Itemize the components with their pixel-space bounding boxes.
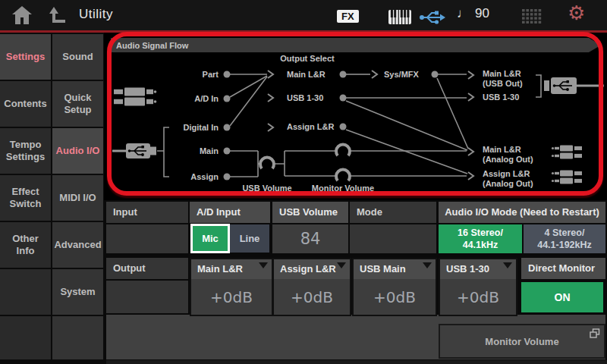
ad-input-line-button[interactable]: Line (230, 224, 269, 253)
output-usb-1-30-cell[interactable]: USB 1-30 +0dB (439, 258, 517, 316)
signal-flow-wires (230, 74, 468, 177)
sidebar-empty-cell (52, 316, 103, 359)
ad-input-mic-button[interactable]: Mic (190, 224, 230, 253)
output-assign-lr-value: +0dB (274, 279, 350, 315)
up-level-icon[interactable] (47, 6, 68, 24)
settings-gear-icon[interactable]: ⚙ (568, 2, 585, 25)
audio-io-mode-header: Audio I/O Mode (Need to Restart) (439, 202, 605, 223)
quarter-note-icon: ♩ (457, 6, 470, 20)
output-main-lr-cell[interactable]: Main L&R +0dB (190, 258, 273, 316)
dropdown-arrow-icon (423, 262, 432, 268)
flow-label-main: Main (200, 146, 219, 155)
sidebar-item-advanced[interactable]: Advanced (52, 222, 103, 268)
sidebar-item-contents[interactable]: Contents (0, 81, 51, 127)
home-icon[interactable] (11, 5, 33, 25)
popup-window-icon (590, 328, 600, 339)
output-usb-main-value: +0dB (354, 279, 436, 315)
io-mode-4stereo-button[interactable]: 4 Stereo/44.1-192kHz (524, 224, 605, 253)
output-main-lr-value: +0dB (191, 279, 272, 315)
keyboard-icon[interactable] (388, 9, 413, 25)
flow-select-assign-lr: Assign L&R (287, 122, 334, 131)
mode-row-spacer (350, 224, 436, 253)
direct-monitor-header: Direct Monitor (521, 258, 605, 279)
sidebar-item-system[interactable]: System (52, 269, 103, 315)
usb-volume-label: USB Volume (242, 184, 291, 193)
audio-signal-flow-diagram: Audio Signal Flow Output Select (106, 32, 607, 200)
dropdown-arrow-icon (259, 262, 268, 268)
fx-indicator[interactable]: FX (337, 10, 359, 23)
flow-dest-analog-assign-sub: (Analog Out) (483, 179, 533, 188)
flow-dest-analog-main-sub: (Analog Out) (483, 155, 533, 164)
flow-label-sys-mfx: Sys/MFX (384, 70, 420, 79)
sidebar-item-quick-setup[interactable]: Quick Setup (52, 81, 103, 127)
monitor-volume-label: Monitor Volume (312, 184, 374, 193)
flow-label-digital-in: Digital In (184, 123, 219, 132)
sidebar-item-settings[interactable]: Settings (0, 34, 51, 80)
output-row-label: Output (106, 258, 188, 279)
dropdown-arrow-icon (337, 262, 346, 268)
sidebar-item-midi-io[interactable]: MIDI I/O (52, 175, 103, 221)
modx-utility-screen: Utility FX ♩90 ⚙ Set (0, 0, 607, 364)
flow-select-main-lr: Main L&R (287, 70, 326, 79)
flow-dest-usb-main: Main L&R (483, 69, 521, 78)
sidebar-item-effect-switch[interactable]: Effect Switch (0, 175, 51, 221)
flow-select-usb-1-30: USB 1-30 (287, 93, 323, 102)
sidebar-empty-cell (0, 269, 51, 315)
dropdown-arrow-icon (503, 262, 512, 268)
analog-input-jacks-icon (114, 88, 156, 106)
monitor-volume-knob-assign (336, 170, 350, 181)
output-select-label: Output Select (280, 54, 335, 63)
sidebar-empty-cell (0, 316, 51, 359)
usb-volume-knob (260, 158, 274, 169)
monitor-volume-button[interactable]: Monitor Volume (439, 324, 605, 359)
flow-dest-usb-ch: USB 1-30 (483, 93, 519, 102)
monitor-volume-knob-main (336, 145, 350, 156)
input-row-label: Input (106, 202, 188, 223)
flow-dest-usb-main-sub: (USB Out) (483, 79, 523, 88)
page-title: Utility (79, 7, 113, 22)
ad-input-header: A/D Input (190, 202, 270, 223)
output-assign-lr-cell[interactable]: Assign L&R +0dB (272, 258, 351, 316)
sidebar-item-audio-io[interactable]: Audio I/O (52, 128, 103, 174)
flow-label-assign: Assign (190, 172, 219, 181)
usb-output-icon (544, 77, 604, 94)
usb-out-bracket (536, 75, 541, 97)
usb-connected-icon (419, 10, 448, 25)
usb-in-bracket (157, 127, 169, 177)
output-row-spacer (106, 281, 188, 313)
usb-volume-header: USB Volume (272, 202, 348, 223)
direct-monitor-on-button[interactable]: ON (521, 282, 603, 312)
output-usb-main-cell[interactable]: USB Main +0dB (352, 258, 437, 316)
flow-dest-analog-assign: Assign L&R (483, 169, 530, 178)
tempo-value: 90 (475, 6, 489, 20)
mode-row-label: Mode (350, 202, 436, 223)
tempo-display[interactable]: ♩90 (457, 6, 489, 21)
sidebar-item-tempo-settings[interactable]: Tempo Settings (0, 128, 51, 174)
flow-label-part: Part (203, 70, 219, 79)
input-row-spacer (106, 224, 188, 253)
sidebar-item-sound[interactable]: Sound (52, 34, 103, 80)
flow-dest-analog-main: Main L&R (483, 145, 521, 154)
pad-grid-icon[interactable] (522, 9, 542, 24)
usb-input-icon (112, 143, 156, 158)
sidebar-item-other-info[interactable]: Other Info (0, 222, 51, 268)
flow-title: Audio Signal Flow (116, 41, 189, 50)
analog-output-jacks-icon (552, 146, 582, 184)
output-usb-1-30-value: +0dB (440, 279, 516, 315)
io-mode-16stereo-button[interactable]: 16 Stereo/44.1kHz (439, 224, 522, 253)
usb-volume-value[interactable]: 84 (272, 224, 348, 253)
bottom-strip (106, 360, 607, 364)
flow-label-ad-in: A/D In (194, 94, 219, 103)
